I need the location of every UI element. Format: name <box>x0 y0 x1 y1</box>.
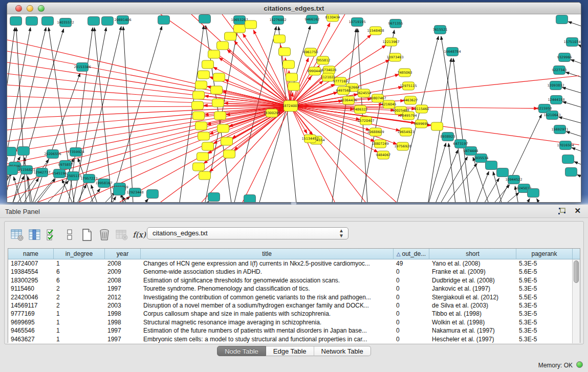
graph-node[interactable] <box>288 82 300 91</box>
graph-node[interactable] <box>42 17 54 26</box>
graph-node[interactable] <box>211 86 223 94</box>
graph-node[interactable] <box>283 60 295 69</box>
graph-node[interactable] <box>565 168 577 177</box>
table-cell[interactable]: 0 <box>394 301 429 310</box>
table-cell[interactable]: Changes of HCN gene expression and I(f) … <box>141 259 394 268</box>
graph-node[interactable] <box>245 20 257 29</box>
table-cell[interactable]: 2009 <box>105 268 141 276</box>
graph-node[interactable] <box>198 71 210 79</box>
table-cell[interactable]: 0 <box>394 326 429 335</box>
graph-node[interactable] <box>192 101 204 110</box>
table-row[interactable]: 911546021997Tourette syndrome. Phenomeno… <box>8 285 580 293</box>
table-cell[interactable]: 5.3E-5 <box>516 310 573 318</box>
table-cell[interactable]: 2 <box>54 285 105 293</box>
graph-node[interactable] <box>102 17 114 26</box>
column-header-in_degree[interactable]: in_degree <box>54 249 105 259</box>
function-builder-icon[interactable]: f(x) <box>132 227 147 243</box>
graph-node[interactable] <box>199 15 211 24</box>
table-cell[interactable]: 18724007 <box>8 259 54 268</box>
table-cell[interactable]: 0 <box>394 285 429 293</box>
graph-node[interactable] <box>214 112 226 120</box>
graph-node[interactable] <box>193 91 205 99</box>
new-column-icon[interactable] <box>79 227 95 243</box>
table-cell[interactable]: Tibbo et al. (1998) <box>429 310 516 318</box>
table-scrollbar[interactable] <box>572 259 580 343</box>
delete-column-icon[interactable] <box>97 227 112 243</box>
graph-node[interactable] <box>195 122 207 130</box>
table-cell[interactable]: Franke et al. (2009) <box>429 268 516 276</box>
network-view-window[interactable]: citations_edges.txt 14035572206914061065… <box>7 2 581 203</box>
tab-network-table[interactable]: Network Table <box>314 346 371 356</box>
table-cell[interactable]: 2 <box>54 301 105 310</box>
tab-node-table[interactable]: Node Table <box>217 346 266 356</box>
table-cell[interactable]: 1997 <box>105 326 141 335</box>
table-cell[interactable]: 5.3E-5 <box>516 285 573 293</box>
graph-node[interactable] <box>556 15 568 24</box>
table-cell[interactable]: Nakamura et al. (1997) <box>429 326 516 335</box>
graph-node[interactable] <box>114 187 125 195</box>
graph-node[interactable] <box>244 195 256 203</box>
table-cell[interactable]: 5.5E-5 <box>516 293 573 301</box>
table-cell[interactable]: 5.3E-5 <box>516 259 573 268</box>
graph-node[interactable] <box>217 124 229 133</box>
graph-node[interactable] <box>158 16 170 25</box>
float-panel-icon[interactable] <box>557 207 567 215</box>
table-cell[interactable]: 0 <box>394 310 429 318</box>
table-cell[interactable]: Hescheler et al. (1997) <box>429 335 516 343</box>
graph-node[interactable] <box>562 155 574 164</box>
graph-node[interactable] <box>225 32 236 40</box>
table-cell[interactable]: Estimation of the future numbers of pati… <box>141 326 394 335</box>
row-height-icon[interactable] <box>62 227 77 243</box>
table-row[interactable]: 969969511998Structural magnetic resonanc… <box>8 318 580 326</box>
table-cell[interactable]: 2008 <box>105 276 141 285</box>
table-cell[interactable]: 1998 <box>105 318 141 326</box>
table-cell[interactable]: Structural magnetic resonance image aver… <box>141 318 394 326</box>
table-cell[interactable]: 22420046 <box>8 293 54 301</box>
table-cell[interactable]: 5.9E-5 <box>516 276 573 285</box>
table-cell[interactable]: 0 <box>394 335 429 343</box>
graph-node[interactable] <box>10 17 22 26</box>
table-cell[interactable]: 9777169 <box>8 310 54 318</box>
table-cell[interactable]: Corpus callosum shape and size in male p… <box>141 310 394 318</box>
table-row[interactable]: 1830029562008Estimation of significance … <box>8 276 580 285</box>
table-cell[interactable]: Investigating the contribution of common… <box>141 293 394 301</box>
graph-node[interactable] <box>212 99 224 107</box>
table-row[interactable]: 946554611997Estimation of the future num… <box>8 326 580 335</box>
graph-node[interactable] <box>213 73 225 81</box>
graph-node[interactable] <box>208 193 220 202</box>
table-cell[interactable]: Wolkin et al. (1998) <box>429 318 516 326</box>
graph-node[interactable] <box>279 48 291 56</box>
table-cell[interactable]: 2008 <box>105 259 141 268</box>
table-cell[interactable]: Jankovic et al. (1997) <box>429 285 516 293</box>
table-cell[interactable]: Tourette syndrome. Phenomenology and cla… <box>141 285 394 293</box>
table-cell[interactable]: 0 <box>394 268 429 276</box>
table-row[interactable]: 1456911722003Disruption of a novel membe… <box>8 301 580 310</box>
table-scrollbar-thumb[interactable] <box>574 260 579 283</box>
table-cell[interactable]: 1997 <box>105 335 141 343</box>
table-cell[interactable]: de Silva et al. (2003) <box>429 301 516 310</box>
table-cell[interactable]: 0 <box>394 276 429 285</box>
table-row[interactable]: 977716911998Corpus callosum shape and si… <box>8 310 580 318</box>
table-cell[interactable]: 49 <box>394 259 429 268</box>
column-header-title[interactable]: title <box>141 249 394 259</box>
graph-node[interactable] <box>286 73 298 81</box>
graph-node[interactable] <box>198 132 210 140</box>
graph-node[interactable] <box>7 166 18 175</box>
table-cell[interactable]: Genome-wide association studies in ADHD. <box>141 268 394 276</box>
graph-node[interactable] <box>497 168 509 177</box>
table-cell[interactable]: 5.3E-5 <box>516 335 573 343</box>
graph-node[interactable] <box>197 152 209 161</box>
column-header-out_de[interactable]: △out_de... <box>394 249 429 259</box>
table-cell[interactable]: 2012 <box>105 293 141 301</box>
column-header-name[interactable]: name <box>8 249 54 259</box>
window-titlebar[interactable]: citations_edges.txt <box>7 3 581 14</box>
graph-node[interactable] <box>88 17 100 26</box>
table-cell[interactable]: 9115460 <box>8 285 54 293</box>
table-cell[interactable]: 9463627 <box>8 335 54 343</box>
graph-node[interactable] <box>217 41 229 50</box>
graph-node[interactable] <box>193 163 205 171</box>
table-cell[interactable]: Yano et al. (2008) <box>429 259 516 268</box>
graph-node[interactable] <box>528 189 539 198</box>
table-cell[interactable]: 1998 <box>105 310 141 318</box>
graph-node[interactable] <box>199 171 211 180</box>
